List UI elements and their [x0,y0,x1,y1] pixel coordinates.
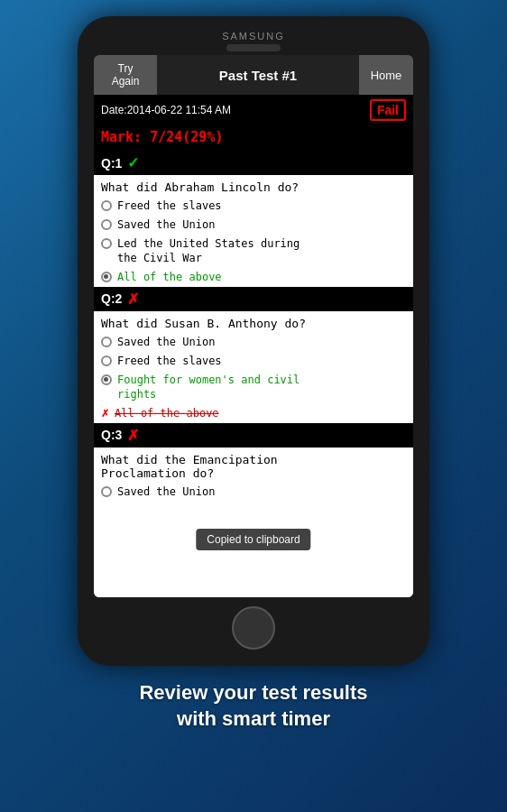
q3-option-1: Saved the Union [94,483,413,502]
q1-option-4-text: All of the above [117,270,222,285]
q2-option-4-text: All of the above [115,406,219,421]
q2-option-3: Fought for women's and civilrights [94,371,413,405]
clipboard-tooltip: Copied to clipboard [196,529,310,550]
q2-cross-icon: ✗ [127,291,139,308]
q2-option-2: Freed the slaves [94,352,413,371]
phone-home-button[interactable] [232,606,275,650]
try-again-button[interactable]: TryAgain [94,55,157,95]
q1-option-1-text: Freed the slaves [117,198,222,214]
q1-option-3-text: Led the United States duringthe Civil Wa… [117,236,300,267]
q3-cross-icon: ✗ [127,427,139,444]
q1-radio-3 [101,238,112,249]
mark-text: Mark: 7/24(29%) [101,129,223,145]
q1-check-icon: ✓ [127,154,139,171]
q3-radio-1 [101,486,112,497]
q3-option-1-text: Saved the Union [117,484,215,500]
q2-id: Q:2 [101,291,122,306]
q1-option-2: Saved the Union [94,216,413,235]
q3-id: Q:3 [101,428,122,442]
q3-header: Q:3 ✗ [94,423,413,448]
q1-option-2-text: Saved the Union [117,217,215,233]
q2-text: What did Susan B. Anthony do? [94,311,413,333]
q2-option-1: Saved the Union [94,333,413,352]
q2-radio-3 [101,374,112,385]
q1-option-4: All of the above [94,268,413,287]
q2-option-2-text: Freed the slaves [117,354,222,369]
q1-radio-1 [101,200,112,211]
q2-option-1-text: Saved the Union [117,335,215,350]
phone-screen: TryAgain Past Test #1 Home Date:2014-06-… [94,55,413,597]
date-bar: Date:2014-06-22 11:54 AM Fail [94,95,413,125]
try-again-label: TryAgain [112,62,140,88]
q1-option-1: Freed the slaves [94,197,413,216]
phone-bottom [87,597,420,657]
date-text: Date:2014-06-22 11:54 AM [101,104,231,116]
fail-badge: Fail [370,99,406,121]
q2-option-3-text: Fought for women's and civilrights [117,373,300,403]
mark-bar: Mark: 7/24(29%) [94,125,413,151]
q1-radio-4 [101,272,112,282]
app-header: TryAgain Past Test #1 Home [94,55,413,95]
q2-header: Q:2 ✗ [94,287,413,311]
q2-small-cross: ✗ [101,408,109,420]
q1-radio-2 [101,219,112,230]
q1-header: Q:1 ✓ [94,151,413,175]
samsung-brand: SAMSUNG [222,31,285,42]
home-button[interactable]: Home [359,55,413,95]
q1-option-3: Led the United States duringthe Civil Wa… [94,235,413,269]
q2-radio-1 [101,337,112,347]
q1-text: What did Abraham Lincoln do? [94,175,413,197]
bottom-tagline: Review your test resultswith smart timer [121,680,385,732]
phone-shell: SAMSUNG TryAgain Past Test #1 Home Date:… [78,16,429,666]
q2-option-4: ✗ All of the above [94,404,413,423]
q3-text: What did the EmancipationProclamation do… [94,448,413,483]
app-content: Date:2014-06-22 11:54 AM Fail Mark: 7/24… [94,95,413,597]
phone-top-bar: SAMSUNG [87,25,420,55]
q1-id: Q:1 [101,156,122,171]
questions-area: Q:1 ✓ What did Abraham Lincoln do? Freed… [94,151,413,597]
header-title: Past Test #1 [157,68,359,83]
q2-radio-2 [101,355,112,366]
phone-speaker [226,44,281,51]
